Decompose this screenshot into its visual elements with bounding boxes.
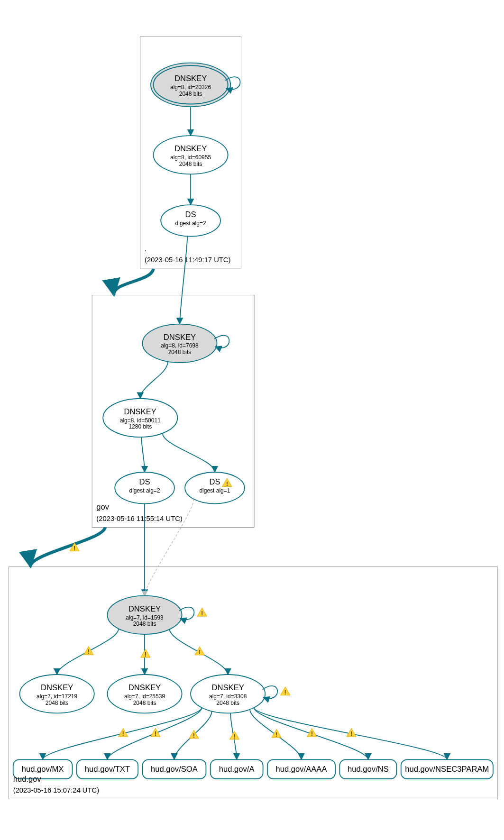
svg-text:!: ! xyxy=(88,648,90,655)
warning-icon: ! xyxy=(195,647,204,656)
svg-text:!: ! xyxy=(350,730,352,737)
record-label: hud.gov/SOA xyxy=(151,765,198,774)
svg-text:!: ! xyxy=(73,545,75,552)
svg-text:!: ! xyxy=(199,648,201,656)
node-detail: 2048 bits xyxy=(46,700,69,706)
warning-icon: ! xyxy=(229,731,239,740)
svg-text:!: ! xyxy=(233,733,235,740)
zone-label: . xyxy=(145,244,147,253)
node-title: DNSKEY xyxy=(164,333,196,342)
node-detail: alg=8, id=7698 xyxy=(161,342,199,349)
node-title: DNSKEY xyxy=(174,74,207,83)
record-label: hud.gov/A xyxy=(219,765,255,774)
svg-text:!: ! xyxy=(284,689,286,696)
svg-text:!: ! xyxy=(311,730,313,737)
node-hud_k1: DNSKEYalg=7, id=172192048 bits xyxy=(20,675,94,713)
node-title: DNSKEY xyxy=(128,683,161,692)
delegation-edge xyxy=(31,527,105,566)
zone-timestamp: (2023-05-16 11:55:14 UTC) xyxy=(96,515,182,522)
warning-icon: ! xyxy=(141,649,150,658)
node-detail: alg=8, id=50011 xyxy=(120,417,161,424)
warning-icon: ! xyxy=(197,608,207,617)
node-detail: alg=7, id=25539 xyxy=(124,693,165,700)
node-detail: alg=7, id=1593 xyxy=(126,614,164,621)
node-gov_zsk: DNSKEYalg=8, id=500111280 bits xyxy=(103,399,177,437)
node-gov_ds2: DSdigest alg=1! xyxy=(185,472,245,504)
node-detail: alg=7, id=17219 xyxy=(37,693,77,700)
warning-icon: ! xyxy=(272,729,281,738)
node-gov_ds1: DSdigest alg=2 xyxy=(115,472,174,504)
edge xyxy=(142,437,145,472)
node-detail: digest alg=2 xyxy=(129,487,160,494)
node-detail: 2048 bits xyxy=(179,91,202,97)
edge xyxy=(140,362,168,399)
svg-text:!: ! xyxy=(145,651,147,658)
node-title: DS xyxy=(139,477,150,486)
zone-label: gov xyxy=(96,502,109,511)
node-detail: 2048 bits xyxy=(216,700,239,706)
zone-timestamp: (2023-05-16 15:07:24 UTC) xyxy=(13,786,99,794)
delegation-edge xyxy=(114,269,153,295)
node-detail: 1280 bits xyxy=(128,423,152,430)
node-title: DS xyxy=(209,477,220,486)
svg-text:!: ! xyxy=(201,610,203,617)
record-label: hud.gov/NS xyxy=(348,765,389,774)
node-detail: digest alg=2 xyxy=(175,220,206,227)
node-title: DNSKEY xyxy=(128,604,161,613)
svg-text:!: ! xyxy=(226,480,228,487)
node-detail: digest alg=1 xyxy=(199,487,230,494)
dnssec-chain-diagram: DNSKEYalg=8, id=203262048 bitsDNSKEYalg=… xyxy=(0,0,504,840)
record-label: hud.gov/TXT xyxy=(85,765,130,774)
node-hud_ksk: DNSKEYalg=7, id=15932048 bits xyxy=(107,596,194,634)
svg-text:!: ! xyxy=(122,730,124,737)
warning-icon: ! xyxy=(84,647,93,656)
node-root_ds: DSdigest alg=2 xyxy=(161,205,220,237)
node-detail: 2048 bits xyxy=(133,700,156,706)
node-hud_k3: DNSKEYalg=7, id=33082048 bits xyxy=(191,675,277,713)
record-label: hud.gov/MX xyxy=(22,765,64,774)
node-hud_k2: DNSKEYalg=7, id=255392048 bits xyxy=(107,675,182,713)
node-detail: 2048 bits xyxy=(179,161,202,167)
record-label: hud.gov/NSEC3PARAM xyxy=(405,765,489,774)
record-label: hud.gov/AAAA xyxy=(275,765,327,774)
node-detail: alg=7, id=3308 xyxy=(209,693,247,700)
warning-icon: ! xyxy=(151,728,160,737)
edge xyxy=(180,236,187,324)
node-root_zsk: DNSKEYalg=8, id=609552048 bits xyxy=(154,136,228,174)
edge xyxy=(163,433,215,472)
node-root_ksk: DNSKEYalg=8, id=203262048 bits xyxy=(151,63,240,107)
zone-label: hud.gov xyxy=(13,775,42,784)
node-title: DS xyxy=(185,210,196,219)
node-detail: alg=8, id=60955 xyxy=(170,154,211,161)
node-title: DNSKEY xyxy=(174,144,207,153)
node-detail: alg=8, id=20326 xyxy=(170,84,211,91)
node-gov_ksk: DNSKEYalg=8, id=76982048 bits xyxy=(142,324,229,363)
svg-text:!: ! xyxy=(155,730,156,737)
node-title: DNSKEY xyxy=(211,683,244,692)
node-title: DNSKEY xyxy=(124,407,156,416)
warning-icon: ! xyxy=(281,687,290,696)
svg-text:!: ! xyxy=(275,731,277,738)
svg-text:!: ! xyxy=(193,732,195,739)
zone-timestamp: (2023-05-16 11:49:17 UTC) xyxy=(145,256,230,264)
node-detail: 2048 bits xyxy=(133,621,156,627)
node-title: DNSKEY xyxy=(41,683,73,692)
node-detail: 2048 bits xyxy=(168,349,192,356)
edge xyxy=(145,499,194,596)
